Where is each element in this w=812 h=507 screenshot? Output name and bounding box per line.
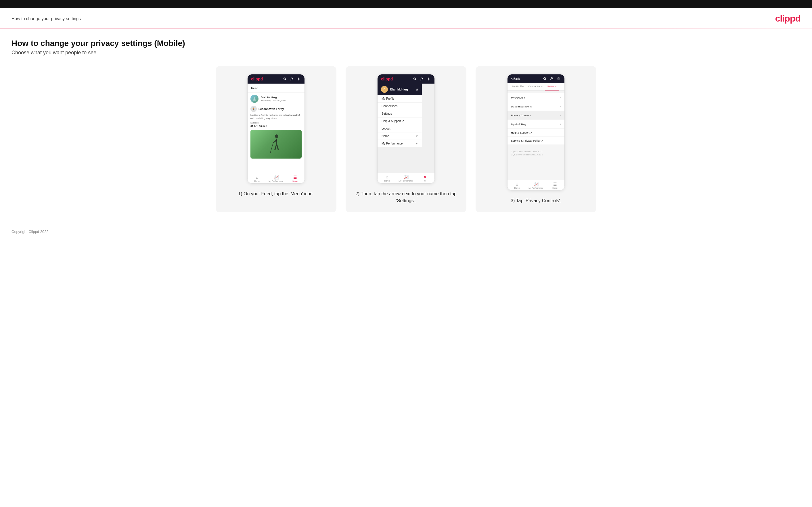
svg-point-7	[414, 78, 416, 80]
svg-point-3	[298, 78, 299, 79]
svg-point-5	[275, 134, 278, 138]
header-title: How to change your privacy settings	[11, 16, 81, 21]
home-section-arrow: ∨	[416, 134, 418, 137]
settings-item-help: Help & Support ↗	[507, 129, 564, 136]
feed-user-info: Blair McHarg Yesterday · Sunningdale	[261, 96, 286, 102]
phone-bottom-nav-3: ⌂ Home 📈 My Performance ☰ Menu	[507, 180, 564, 190]
menu-section-performance: My Performance ∨	[377, 140, 422, 147]
copyright-text: Copyright Clippd 2022	[11, 229, 49, 234]
feed-user-row: Blair McHarg Yesterday · Sunningdale	[250, 95, 302, 103]
phone-header-1: clippd	[248, 74, 305, 83]
nav-home-label-2: Home	[385, 180, 390, 182]
svg-line-6	[270, 143, 273, 153]
nav-home-label-1: Home	[254, 180, 260, 182]
phone-logo-2: clippd	[381, 77, 393, 81]
settings-icon-3	[556, 76, 561, 81]
phone-bottom-nav-1: ⌂ Home 📈 My Performance ☰ Menu	[248, 173, 305, 183]
step-2-caption: 2) Then, tap the arrow next to your name…	[354, 190, 458, 204]
menu-icon: ☰	[293, 175, 297, 179]
menu-item-connections: Connections	[377, 103, 422, 110]
nav-home-2: ⌂ Home	[377, 175, 397, 182]
phone-logo-1: clippd	[251, 77, 263, 81]
nav-performance-label-1: My Performance	[268, 180, 283, 182]
footer: Copyright Clippd 2022	[0, 224, 812, 239]
phone-header-2: clippd	[377, 74, 435, 83]
feed-duration-label: Duration	[250, 121, 302, 124]
menu-user-name: Blair McHarg	[390, 88, 408, 91]
nav-menu-label-3: Menu	[552, 187, 558, 189]
phone-mockup-3: < Back My Profile	[507, 74, 565, 190]
settings-item-my-account: My Account ›	[507, 93, 564, 102]
feed-user-sub: Yesterday · Sunningdale	[261, 99, 286, 102]
step-1-caption: 1) On your Feed, tap the 'Menu' icon.	[238, 190, 314, 198]
nav-close-2: ✕ ✕	[415, 175, 435, 182]
tab-my-profile: My Profile	[510, 83, 526, 91]
feed-avatar	[250, 95, 258, 103]
settings-icon	[297, 77, 301, 81]
settings-item-privacy-controls: Privacy Controls ›	[507, 111, 564, 119]
nav-menu-1: ☰ Menu	[286, 175, 305, 182]
phone-icons-3	[543, 76, 561, 81]
step-1-card: clippd Feed	[216, 66, 337, 212]
feed-lesson-title: Lesson with Fordy	[258, 107, 284, 111]
settings-version: Clippd Client Version: 2022.8.3-3 GQL Se…	[507, 147, 564, 159]
golf-bag-arrow: ›	[560, 122, 561, 126]
phone-feed: Blair McHarg Yesterday · Sunningdale 🏌️ …	[248, 93, 305, 173]
header-divider	[0, 28, 812, 29]
performance-icon: 📈	[274, 175, 278, 179]
feed-tab: Feed	[251, 87, 258, 90]
data-integrations-arrow: ›	[560, 104, 561, 108]
phone-icons-2	[413, 77, 431, 81]
nav-home-label-3: Home	[514, 187, 520, 189]
menu-item-my-profile: My Profile	[377, 95, 422, 103]
nav-home-1: ⌂ Home	[248, 175, 266, 182]
settings-content: My Account › Data Integrations › Privacy…	[507, 91, 564, 180]
svg-point-14	[558, 78, 559, 79]
menu-item-help: Help & Support ↗	[377, 117, 422, 125]
menu-user-info: B Blair McHarg	[381, 86, 408, 93]
menu-item-logout: Logout	[377, 125, 422, 132]
settings-item-data-integrations: Data Integrations ›	[507, 102, 564, 111]
header: How to change your privacy settings clip…	[0, 8, 812, 28]
close-icon: ✕	[423, 175, 427, 179]
nav-menu-label-1: Menu	[293, 180, 298, 182]
home-icon-2: ⌂	[386, 175, 388, 179]
nav-menu-3: ☰ Menu	[546, 182, 564, 189]
nav-performance-1: 📈 My Performance	[266, 175, 286, 182]
steps-row: clippd Feed	[11, 66, 801, 212]
settings-list: My Account › Data Integrations › Privacy…	[507, 91, 564, 147]
nav-home-3: ⌂ Home	[507, 182, 526, 189]
phone-tab-bar-1: Feed	[248, 83, 305, 93]
page-subheading: Choose what you want people to see	[11, 50, 801, 56]
svg-point-10	[428, 78, 429, 79]
top-bar	[0, 0, 812, 8]
my-account-arrow: ›	[560, 95, 561, 99]
nav-performance-3: 📈 My Performance	[526, 182, 546, 189]
svg-point-4	[254, 97, 255, 99]
search-icon-3	[543, 76, 547, 81]
settings-item-golf-bag: My Golf Bag ›	[507, 120, 564, 128]
settings-tabs: My Profile Connections Settings	[507, 83, 564, 91]
performance-icon-3: 📈	[534, 182, 539, 186]
svg-point-0	[284, 78, 286, 80]
svg-line-12	[546, 79, 546, 80]
nav-performance-label-3: My Performance	[528, 187, 543, 189]
golf-image	[250, 130, 302, 159]
version-line-2: GQL Server Version: 2022.7.30-1	[511, 153, 561, 156]
feed-user-name: Blair McHarg	[261, 96, 286, 99]
nav-performance-label-2: My Performance	[399, 180, 413, 182]
menu-section-home: Home ∨	[377, 132, 422, 140]
settings-icon-2	[426, 77, 431, 81]
svg-line-8	[415, 79, 416, 80]
svg-point-11	[544, 77, 546, 79]
performance-icon-2: 📈	[404, 175, 409, 179]
settings-back-bar: < Back	[507, 74, 564, 83]
step-2-card: clippd	[346, 66, 466, 212]
search-icon-2	[413, 77, 417, 81]
logo: clippd	[775, 13, 801, 24]
menu-user-row: B Blair McHarg ∧	[377, 83, 422, 95]
version-line-1: Clippd Client Version: 2022.8.3-3	[511, 150, 561, 153]
nav-close-label: ✕	[424, 180, 426, 182]
step-3-caption: 3) Tap 'Privacy Controls'.	[511, 198, 561, 204]
nav-performance-2: 📈 My Performance	[397, 175, 415, 182]
